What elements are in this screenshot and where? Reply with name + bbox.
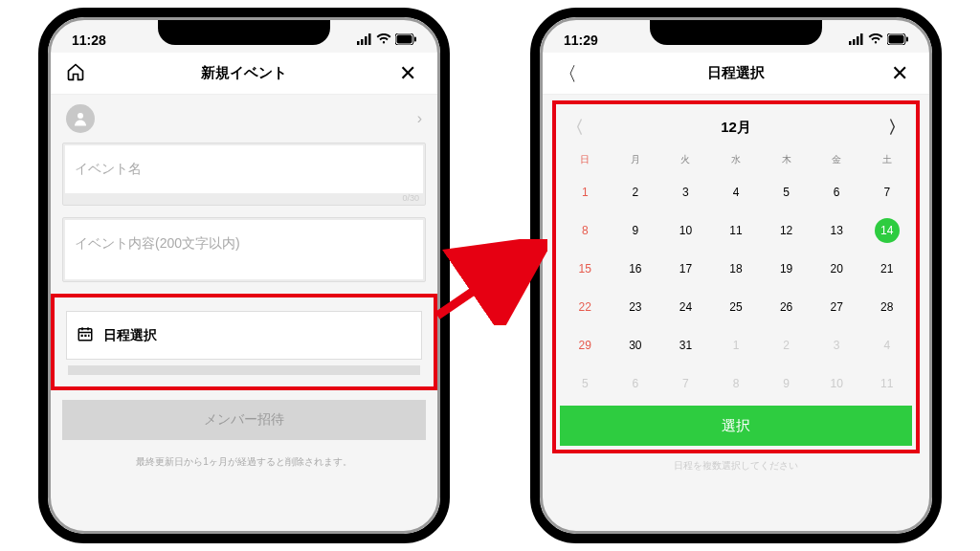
svg-rect-1 xyxy=(361,39,364,45)
week-row: 567891011 xyxy=(560,364,912,403)
profile-row[interactable]: › xyxy=(62,95,426,143)
day-cell[interactable]: 11 xyxy=(711,211,762,250)
svg-rect-3 xyxy=(368,33,371,45)
day-cell[interactable]: 10 xyxy=(660,211,711,250)
date-select-button[interactable]: 日程選択 xyxy=(66,311,422,360)
dow-label: 水 xyxy=(711,146,762,173)
day-cell[interactable]: 16 xyxy=(611,250,661,288)
svg-rect-17 xyxy=(857,36,859,45)
day-cell[interactable]: 23 xyxy=(611,288,661,326)
day-cell: 4 xyxy=(861,326,912,364)
signal-icon xyxy=(849,33,864,48)
member-invite-button[interactable]: メンバー招待 xyxy=(62,400,426,440)
chevron-right-icon: › xyxy=(417,110,422,127)
day-cell[interactable]: 9 xyxy=(611,211,661,250)
nav-bar: 新規イベント ✕ xyxy=(51,53,437,95)
signal-icon xyxy=(357,33,372,48)
dow-label: 金 xyxy=(812,146,862,173)
day-cell: 6 xyxy=(611,364,661,403)
day-cell: 1 xyxy=(711,326,762,364)
battery-icon xyxy=(887,33,908,48)
day-cell[interactable]: 3 xyxy=(660,173,711,211)
day-cell[interactable]: 4 xyxy=(711,173,762,211)
dow-label: 木 xyxy=(761,146,812,173)
day-cell[interactable]: 26 xyxy=(761,288,812,326)
calendar-body: 1234567891011121314151617181920212223242… xyxy=(560,173,912,403)
day-cell[interactable]: 15 xyxy=(560,250,611,288)
confirm-select-button[interactable]: 選択 xyxy=(560,406,912,446)
svg-rect-21 xyxy=(906,37,908,42)
day-cell[interactable]: 19 xyxy=(761,250,812,288)
day-cell[interactable]: 29 xyxy=(560,326,611,364)
phone-right: 11:29 〈 日程選択 ✕ 〈 12月 〉 日月火水木金土 123456789… xyxy=(530,8,942,543)
nav-bar: 〈 日程選択 ✕ xyxy=(543,53,929,95)
day-cell[interactable]: 31 xyxy=(660,326,711,364)
svg-rect-14 xyxy=(88,335,90,337)
gray-bar xyxy=(68,365,420,375)
day-cell[interactable]: 8 xyxy=(560,211,611,250)
day-cell[interactable]: 22 xyxy=(560,288,611,326)
event-name-input[interactable]: イベント名 xyxy=(65,145,423,193)
notch xyxy=(650,18,822,45)
svg-rect-12 xyxy=(81,335,83,337)
wifi-icon xyxy=(868,33,883,48)
dow-label: 土 xyxy=(861,146,912,173)
day-cell[interactable]: 1 xyxy=(560,173,611,211)
day-cell[interactable]: 30 xyxy=(611,326,661,364)
dow-label: 月 xyxy=(611,146,661,173)
day-cell[interactable]: 17 xyxy=(660,250,711,288)
day-cell[interactable]: 28 xyxy=(861,288,912,326)
day-cell[interactable]: 6 xyxy=(812,173,862,211)
date-select-highlight: 日程選択 xyxy=(51,294,437,390)
day-cell[interactable]: 14 xyxy=(861,211,912,250)
day-cell[interactable]: 2 xyxy=(611,173,661,211)
day-cell[interactable]: 13 xyxy=(812,211,862,250)
dow-label: 火 xyxy=(660,146,711,173)
phone-left: 11:28 新規イベント ✕ › イベント名 0/30 イベント内容(200文字… xyxy=(38,8,450,543)
dow-label: 日 xyxy=(560,146,611,173)
notch xyxy=(158,18,330,45)
svg-line-22 xyxy=(437,253,528,316)
day-cell: 3 xyxy=(812,326,862,364)
status-time: 11:28 xyxy=(72,33,139,48)
day-cell[interactable]: 7 xyxy=(861,173,912,211)
home-icon[interactable] xyxy=(66,62,89,85)
event-name-block: イベント名 0/30 xyxy=(62,143,426,206)
day-cell[interactable]: 18 xyxy=(711,250,762,288)
week-row: 22232425262728 xyxy=(560,288,912,326)
day-cell[interactable]: 21 xyxy=(861,250,912,288)
day-cell[interactable]: 5 xyxy=(761,173,812,211)
svg-rect-5 xyxy=(397,35,412,44)
day-cell: 11 xyxy=(861,364,912,403)
status-time: 11:29 xyxy=(564,33,631,48)
svg-rect-0 xyxy=(357,41,360,45)
back-icon[interactable]: 〈 xyxy=(558,64,581,83)
next-month-button[interactable]: 〉 xyxy=(887,116,906,139)
day-cell[interactable]: 27 xyxy=(812,288,862,326)
day-cell[interactable]: 20 xyxy=(812,250,862,288)
calendar-header: 〈 12月 〉 xyxy=(560,108,912,146)
day-cell[interactable]: 12 xyxy=(761,211,812,250)
close-icon[interactable]: ✕ xyxy=(891,63,914,84)
event-name-counter: 0/30 xyxy=(65,193,423,203)
page-title: 日程選択 xyxy=(581,64,891,82)
day-cell: 5 xyxy=(560,364,611,403)
week-row: 891011121314 xyxy=(560,211,912,250)
svg-point-7 xyxy=(78,113,83,119)
event-desc-block: イベント内容(200文字以内) xyxy=(62,217,426,282)
svg-rect-16 xyxy=(853,39,856,45)
footnote-text: 最終更新日から1ヶ月が経過すると削除されます。 xyxy=(62,450,426,474)
close-icon[interactable]: ✕ xyxy=(399,63,422,84)
event-desc-input[interactable]: イベント内容(200文字以内) xyxy=(65,220,423,279)
day-cell: 2 xyxy=(761,326,812,364)
week-row: 2930311234 xyxy=(560,326,912,364)
date-select-label: 日程選択 xyxy=(103,327,157,344)
month-label: 12月 xyxy=(721,119,751,137)
svg-rect-18 xyxy=(860,33,863,45)
day-cell[interactable]: 24 xyxy=(660,288,711,326)
prev-month-button[interactable]: 〈 xyxy=(566,116,585,139)
day-cell: 7 xyxy=(660,364,711,403)
calendar-highlight: 〈 12月 〉 日月火水木金土 123456789101112131415161… xyxy=(552,100,920,453)
day-cell[interactable]: 25 xyxy=(711,288,762,326)
svg-rect-15 xyxy=(849,41,852,45)
